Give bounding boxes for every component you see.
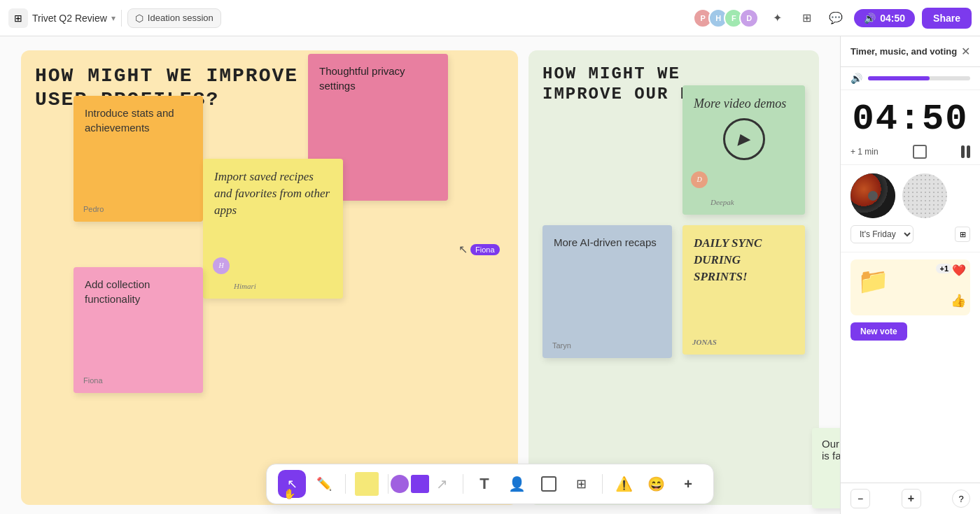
sticky-note-intro[interactable]: Introduce stats and achievements Pedro — [74, 96, 203, 222]
pause-bar — [961, 145, 965, 158]
timer-value: 04:50 — [880, 13, 905, 24]
volume-fill — [868, 76, 930, 80]
toolbar-divider — [388, 474, 388, 494]
text-icon: T — [479, 475, 489, 493]
hand-icon: ✋ — [284, 488, 295, 499]
shape-tools[interactable] — [396, 470, 424, 498]
frame-tool[interactable] — [535, 470, 563, 498]
chat-icon[interactable]: 💬 — [825, 7, 847, 29]
expand-button[interactable]: ⊞ — [955, 227, 970, 242]
react-tool[interactable]: 😄 — [642, 470, 670, 498]
pause-button[interactable] — [961, 145, 970, 158]
music-select[interactable]: It's Friday — [850, 225, 913, 243]
circle-shape-icon — [391, 475, 409, 493]
share-button[interactable]: Share — [922, 8, 972, 29]
grid-icon[interactable]: ⊞ — [795, 7, 818, 29]
right-board: HOW MIGHT WE IMPROVE OUR PROCESS? More v… — [528, 50, 819, 505]
sticky-note-ai[interactable]: More AI-driven recaps Taryn — [542, 225, 672, 358]
sticky-note-daily[interactable]: DAILY SYNC DURING SPRINTS! Jonas — [682, 225, 805, 355]
doc-title[interactable]: Trivet Q2 Review — [32, 13, 107, 24]
select-tool[interactable]: ↖ ✋ — [278, 470, 306, 498]
panel-header: Timer, music, and voting ✕ — [841, 36, 980, 67]
table-tool[interactable]: ⊞ — [567, 470, 595, 498]
logo-icon: ⊞ — [8, 8, 28, 28]
timer-digits: 04:50 — [850, 101, 970, 138]
note-text: Thoughtful privacy settings — [319, 65, 405, 92]
minus-button[interactable]: − — [850, 489, 870, 508]
help-button[interactable]: ? — [952, 490, 970, 508]
heart-icon: ❤️ — [952, 264, 966, 277]
vinyl-center — [868, 191, 878, 201]
ideation-tab[interactable]: ⬡ Ideation session — [127, 8, 221, 28]
react-icon: 😄 — [648, 476, 665, 492]
cursor-name: Fiona — [470, 244, 500, 255]
more-tool[interactable]: + — [674, 470, 702, 498]
vote-card: 📁 +1 ❤️ 👍 — [850, 259, 970, 315]
toolbar-divider — [602, 474, 603, 494]
volume-bar[interactable] — [868, 76, 970, 80]
plus-button[interactable]: + — [902, 489, 921, 508]
music-select-row: It's Friday ⊞ — [850, 225, 970, 243]
pen-tool[interactable]: ✏️ — [310, 470, 338, 498]
person-tool[interactable]: 👤 — [503, 470, 531, 498]
topbar: ⊞ Trivet Q2 Review ▾ ⬡ Ideation session … — [0, 0, 980, 36]
dots-pattern — [902, 173, 947, 218]
frame-icon — [541, 476, 556, 492]
sticky-icon — [355, 472, 379, 496]
toolbar-divider — [345, 474, 346, 494]
sticky-note-collection[interactable]: Add collection functionality Fiona — [74, 267, 203, 393]
stop-button[interactable] — [913, 145, 927, 159]
note-author: Himari — [234, 281, 256, 292]
avatar: D — [739, 8, 759, 28]
cursor-fiona: ↖ Fiona — [458, 243, 500, 256]
toolbar-divider — [463, 474, 463, 494]
magic-icon[interactable]: ✦ — [766, 7, 788, 29]
avatar-group: P H F D — [693, 8, 759, 28]
new-vote-button[interactable]: New vote — [850, 322, 907, 341]
thumbs-icon: 👍 — [951, 293, 966, 308]
close-icon[interactable]: ✕ — [961, 45, 970, 58]
volume-icon: 🔊 — [864, 13, 876, 24]
play-button[interactable]: ▶ — [723, 118, 765, 160]
add-minute-button[interactable]: + 1 min — [850, 147, 878, 157]
plus-icon: + — [684, 476, 692, 492]
volume-row: 🔊 — [841, 67, 980, 90]
canvas[interactable]: HOW MIGHT WE IMPROVE USER PROFILES? Intr… — [0, 36, 980, 514]
topbar-right: P H F D ✦ ⊞ 💬 🔊 04:50 Share — [693, 7, 972, 29]
vote-badge: +1 — [936, 264, 952, 273]
app-logo[interactable]: ⊞ Trivet Q2 Review ▾ — [8, 8, 115, 28]
timer-controls: + 1 min — [850, 145, 970, 159]
tab-label: Ideation session — [148, 13, 214, 23]
topbar-left: ⊞ Trivet Q2 Review ▾ ⬡ Ideation session — [8, 8, 685, 28]
chevron-down-icon[interactable]: ▾ — [111, 13, 115, 23]
note-author: Pedro — [83, 204, 104, 215]
note-text: DAILY SYNC DURING SPRINTS! — [694, 236, 762, 283]
note-avatar: D — [691, 171, 708, 188]
arrow-tool[interactable]: ↗ — [428, 470, 456, 498]
table-icon: ⊞ — [576, 476, 587, 492]
sticky-note-import[interactable]: Import saved recipes and favorites from … — [203, 159, 343, 299]
topbar-divider — [121, 10, 122, 27]
note-author: Jonas — [692, 337, 717, 348]
sticky-note-video[interactable]: More video demos ▶ D Deepak — [682, 85, 805, 215]
volume-icon[interactable]: 🔊 — [850, 73, 862, 84]
note-text: Import saved recipes and favorites from … — [214, 170, 330, 217]
timer-display: 04:50 + 1 min — [841, 90, 980, 165]
sticky-tool[interactable] — [353, 470, 381, 498]
note-text: Add collection functionality — [85, 278, 150, 305]
timer-button[interactable]: 🔊 04:50 — [854, 9, 915, 27]
text-tool[interactable]: T — [470, 470, 498, 498]
emoji-tool[interactable]: ⚠️ — [610, 470, 638, 498]
pause-bar — [967, 145, 970, 158]
note-text: Introduce stats and achievements — [85, 107, 174, 134]
music-dots[interactable] — [902, 173, 947, 218]
tab-icon: ⬡ — [135, 13, 144, 24]
vote-section: 📁 +1 ❤️ 👍 New vote — [841, 252, 980, 483]
vinyl-icon[interactable] — [850, 173, 895, 218]
right-panel: Timer, music, and voting ✕ 🔊 04:50 + 1 m… — [840, 36, 980, 514]
emoji-icon: ⚠️ — [615, 476, 633, 492]
folder-icon: 📁 — [858, 266, 889, 295]
toolbar: ↖ ✋ ✏️ ↗ T 👤 — [266, 464, 714, 504]
person-icon: 👤 — [508, 476, 526, 492]
panel-title: Timer, music, and voting — [850, 46, 957, 57]
